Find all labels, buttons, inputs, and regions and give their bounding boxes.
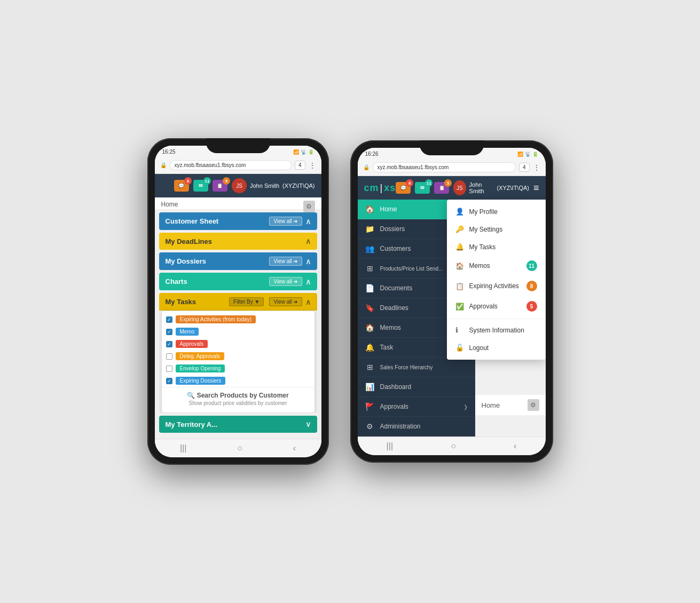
dropdown-logout[interactable]: 🔓 Logout bbox=[475, 339, 546, 356]
notif-badge-tasks-2[interactable]: 📋 5 bbox=[434, 182, 449, 194]
tasks-filter-btn[interactable]: Filter By ▼ bbox=[229, 297, 264, 306]
filter-check-6[interactable]: ✓ bbox=[166, 378, 172, 384]
deadlines-collapse[interactable]: ∧ bbox=[305, 237, 311, 245]
territory-collapse[interactable]: ∨ bbox=[305, 420, 311, 429]
dropdown-menu: 👤 My Profile 🔑 My Settings 🔔 My Tasks 🏠 … bbox=[475, 200, 546, 360]
filter-item-2[interactable]: ✓ Memo bbox=[162, 326, 314, 338]
browser-url-1[interactable]: xyz.mob.fbsaaseu1.fbsys.com bbox=[170, 160, 292, 170]
filter-tag-3: Approvals bbox=[176, 340, 208, 348]
dropdown-approvals[interactable]: ✅ Approvals 5 bbox=[475, 296, 546, 316]
dossiers-section: My Dossiers View all ➜ ∧ bbox=[159, 252, 317, 270]
filter-check-5[interactable] bbox=[166, 366, 172, 372]
dropdown-my-profile[interactable]: 👤 My Profile bbox=[475, 203, 546, 220]
filter-item-1[interactable]: ✓ Expiring Activities (from today) bbox=[162, 313, 314, 326]
tasks-viewall[interactable]: View all ➜ bbox=[269, 297, 302, 306]
bottom-nav-1: ||| ○ ‹ bbox=[155, 439, 321, 457]
nav-back-1[interactable]: ||| bbox=[180, 443, 186, 453]
avatar-1: JS bbox=[232, 178, 247, 193]
filter-item-6[interactable]: ✓ Expiring Dossiers bbox=[162, 375, 314, 387]
notif-badge-messages-2[interactable]: 💬 8 bbox=[396, 182, 411, 194]
deadlines-section: My DeadLines ∧ bbox=[159, 233, 317, 250]
sidebar-item-dashboard[interactable]: 📊 Dashboard bbox=[358, 377, 475, 397]
browser-tab-btn-2[interactable]: 4 bbox=[519, 163, 530, 172]
customer-sheet-collapse[interactable]: ∧ bbox=[305, 217, 311, 226]
charts-label: Charts bbox=[166, 277, 187, 285]
sidebar-label-deadlines: Deadlines bbox=[380, 304, 408, 312]
status-time-1: 16:25 bbox=[162, 149, 176, 155]
sidebar-item-admin[interactable]: ⚙ Administration bbox=[358, 417, 475, 437]
browser-bar-1[interactable]: 🔒 xyz.mob.fbsaaseu1.fbsys.com 4 ⋮ bbox=[155, 157, 321, 174]
customer-sheet-viewall[interactable]: View all ➜ bbox=[269, 217, 302, 226]
nav-home-2[interactable]: ○ bbox=[451, 441, 456, 451]
deadlines-header[interactable]: My DeadLines ∧ bbox=[159, 233, 317, 250]
deadlines-icon: 🔖 bbox=[365, 304, 375, 312]
dossiers-collapse[interactable]: ∧ bbox=[305, 257, 311, 266]
territory-label: My Territory A... bbox=[166, 420, 218, 429]
avatar-2: JS bbox=[453, 180, 466, 195]
hamburger-btn[interactable]: ≡ bbox=[533, 183, 539, 194]
charts-collapse[interactable]: ∧ bbox=[305, 277, 311, 286]
search-product-sub: Show product price validities by custome… bbox=[167, 400, 309, 406]
tasks-header[interactable]: My Tasks Filter By ▼ View all ➜ ∧ bbox=[159, 293, 317, 311]
sidebar-item-approvals[interactable]: 🚩 Approvals bbox=[358, 397, 475, 417]
dropdown-my-tasks[interactable]: 🔔 My Tasks bbox=[475, 238, 546, 256]
browser-tab-btn-1[interactable]: 4 bbox=[295, 161, 305, 170]
username-1: John Smith bbox=[250, 183, 279, 189]
dossiers-viewall[interactable]: View all ➜ bbox=[269, 257, 302, 266]
filter-tag-5: Envelop Opening bbox=[176, 364, 225, 372]
browser-url-2[interactable]: xyz.mob.fbsaaseu1.fbsys.com bbox=[373, 162, 516, 172]
tasks-collapse[interactable]: ∧ bbox=[305, 298, 311, 306]
user-info-2[interactable]: JS John Smith (XYZ\IT\QA) bbox=[453, 180, 529, 195]
right-home-label: Home ⚙ bbox=[475, 395, 546, 415]
charts-viewall[interactable]: View all ➜ bbox=[269, 277, 302, 286]
territory-section: My Territory A... ∨ bbox=[159, 416, 317, 433]
sidebar-label-home: Home bbox=[380, 205, 397, 213]
dropdown-label-approvals: Approvals bbox=[475, 303, 498, 310]
search-product-box[interactable]: 🔍 Search Products by Customer Show produ… bbox=[162, 387, 314, 410]
dropdown-label-settings: My Settings bbox=[475, 226, 503, 233]
dropdown-my-settings[interactable]: 🔑 My Settings bbox=[475, 220, 546, 238]
dropdown-expiring[interactable]: 📋 Expiring Activities 8 bbox=[475, 276, 546, 296]
nav-recent-2[interactable]: ‹ bbox=[514, 441, 516, 451]
charts-header[interactable]: Charts View all ➜ ∧ bbox=[159, 273, 317, 290]
notif-badge-mail-2[interactable]: ✉ 11 bbox=[415, 182, 430, 194]
filter-check-2[interactable]: ✓ bbox=[166, 329, 172, 335]
browser-menu-btn-1[interactable]: ⋮ bbox=[309, 161, 316, 170]
gear-button-2[interactable]: ⚙ bbox=[528, 399, 539, 411]
dropdown-memos[interactable]: 🏠 Memos 11 bbox=[475, 256, 546, 276]
notif-badge-tasks-1[interactable]: 📋 5 bbox=[213, 180, 227, 192]
nav-home-1[interactable]: ○ bbox=[237, 443, 242, 453]
notif-badge-mail-1[interactable]: ✉ 11 bbox=[193, 180, 208, 192]
admin-icon: ⚙ bbox=[365, 422, 375, 431]
browser-menu-btn-2[interactable]: ⋮ bbox=[533, 163, 540, 172]
filter-item-3[interactable]: ✓ Approvals bbox=[162, 338, 314, 350]
nav-recent-1[interactable]: ‹ bbox=[293, 443, 296, 453]
filter-item-4[interactable]: Deleg. Approvals bbox=[162, 350, 314, 362]
filter-item-5[interactable]: Envelop Opening bbox=[162, 362, 314, 375]
gear-button-1[interactable]: ⚙ bbox=[303, 201, 315, 212]
customer-sheet-header[interactable]: Customer Sheet View all ➜ ∧ bbox=[159, 212, 317, 230]
territory-header[interactable]: My Territory A... ∨ bbox=[159, 416, 317, 433]
right-home-text: Home bbox=[482, 401, 500, 409]
filter-check-1[interactable]: ✓ bbox=[166, 316, 172, 323]
app-topbar-2: cm|xs 💬 8 ✉ 11 📋 5 JS John Smith bbox=[358, 176, 546, 200]
phone-notch-1 bbox=[206, 138, 270, 153]
memos-badge: 11 bbox=[526, 260, 537, 271]
sidebar-label-customers: Customers bbox=[380, 245, 411, 252]
sidebar-item-sales[interactable]: ⊞ Sales Force Hierarchy bbox=[358, 358, 475, 377]
bottom-nav-2: ||| ○ ‹ bbox=[358, 437, 546, 455]
filter-check-4[interactable] bbox=[166, 353, 172, 360]
nav-back-2[interactable]: ||| bbox=[387, 441, 393, 451]
dossiers-icon: 📁 bbox=[365, 225, 375, 233]
dropdown-label-expiring: Expiring Activities bbox=[475, 282, 519, 290]
browser-bar-2[interactable]: 🔒 xyz.mob.fbsaaseu1.fbsys.com 4 ⋮ bbox=[358, 159, 546, 176]
status-icons-2: 📶 📡 🔋 bbox=[517, 152, 538, 157]
phone-1-screen: 16:25 📶 📡 🔋 🔒 xyz.mob.fbsaaseu1.fbsys.co… bbox=[155, 146, 321, 457]
user-org-1: (XYZ\IT\QA) bbox=[282, 183, 315, 189]
notif-badge-messages-1[interactable]: 💬 8 bbox=[174, 180, 189, 192]
dropdown-sysinfo[interactable]: ℹ System Information bbox=[475, 321, 546, 339]
dossiers-header[interactable]: My Dossiers View all ➜ ∧ bbox=[159, 252, 317, 270]
dashboard-icon: 📊 bbox=[365, 383, 375, 391]
user-info-1[interactable]: JS John Smith (XYZ\IT\QA) bbox=[232, 178, 315, 193]
filter-check-3[interactable]: ✓ bbox=[166, 341, 172, 347]
